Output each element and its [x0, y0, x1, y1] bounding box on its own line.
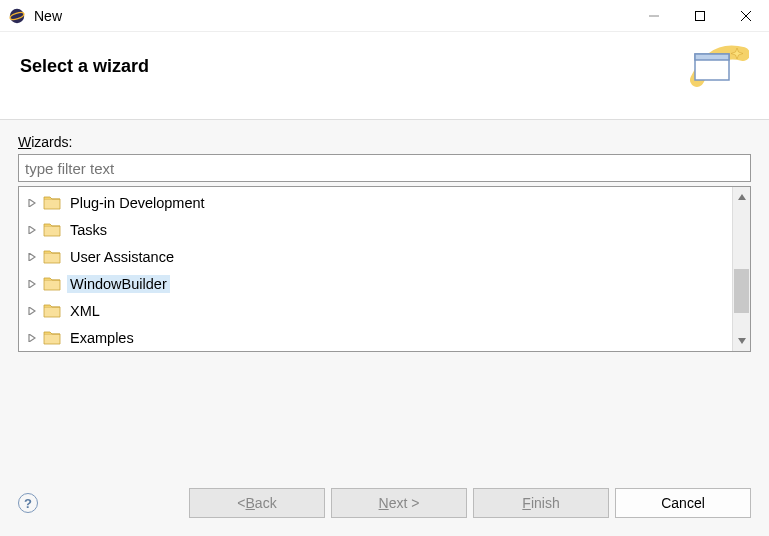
chevron-right-icon[interactable] — [25, 196, 39, 210]
close-button[interactable] — [723, 0, 769, 32]
tree-item[interactable]: Plug-in Development — [19, 189, 732, 216]
chevron-right-icon[interactable] — [25, 223, 39, 237]
folder-icon — [43, 330, 61, 346]
back-button[interactable]: < Back — [189, 488, 325, 518]
help-icon[interactable]: ? — [18, 493, 38, 513]
tree-item-label: User Assistance — [67, 248, 177, 266]
next-button[interactable]: Next > — [331, 488, 467, 518]
folder-icon — [43, 303, 61, 319]
titlebar: New — [0, 0, 769, 32]
wizards-label: Wizards: — [18, 134, 751, 150]
tree-item[interactable]: XML — [19, 297, 732, 324]
chevron-right-icon[interactable] — [25, 331, 39, 345]
maximize-button[interactable] — [677, 0, 723, 32]
eclipse-icon — [8, 7, 26, 25]
chevron-right-icon[interactable] — [25, 277, 39, 291]
tree-item[interactable]: Tasks — [19, 216, 732, 243]
page-title: Select a wizard — [20, 56, 149, 77]
tree-item[interactable]: WindowBuilder — [19, 270, 732, 297]
dialog-content: Wizards: Plug-in DevelopmentTasksUser As… — [0, 120, 769, 470]
chevron-right-icon[interactable] — [25, 304, 39, 318]
cancel-button[interactable]: Cancel — [615, 488, 751, 518]
scroll-thumb[interactable] — [734, 269, 749, 313]
tree-item-label: XML — [67, 302, 103, 320]
folder-icon — [43, 222, 61, 238]
wizard-tree[interactable]: Plug-in DevelopmentTasksUser AssistanceW… — [19, 187, 732, 351]
finish-button[interactable]: Finish — [473, 488, 609, 518]
wizard-banner-icon — [689, 44, 749, 92]
minimize-button[interactable] — [631, 0, 677, 32]
scroll-up-icon[interactable] — [733, 187, 750, 207]
tree-item[interactable]: Examples — [19, 324, 732, 351]
dialog-header: Select a wizard — [0, 32, 769, 120]
folder-icon — [43, 195, 61, 211]
folder-icon — [43, 249, 61, 265]
tree-item-label: Plug-in Development — [67, 194, 208, 212]
tree-item-label: Examples — [67, 329, 137, 347]
dialog-footer: ? < Back Next > Finish Cancel — [0, 470, 769, 536]
scroll-track[interactable] — [733, 207, 750, 331]
chevron-right-icon[interactable] — [25, 250, 39, 264]
tree-item-label: Tasks — [67, 221, 110, 239]
scrollbar-vertical[interactable] — [732, 187, 750, 351]
window-title: New — [34, 8, 62, 24]
tree-item-label: WindowBuilder — [67, 275, 170, 293]
svg-rect-3 — [696, 11, 705, 20]
folder-icon — [43, 276, 61, 292]
scroll-down-icon[interactable] — [733, 331, 750, 351]
tree-container: Plug-in DevelopmentTasksUser AssistanceW… — [18, 186, 751, 352]
filter-input[interactable] — [18, 154, 751, 182]
tree-item[interactable]: User Assistance — [19, 243, 732, 270]
svg-rect-7 — [695, 54, 729, 60]
dialog-window: New Select a wizard Wizards: — [0, 0, 769, 536]
